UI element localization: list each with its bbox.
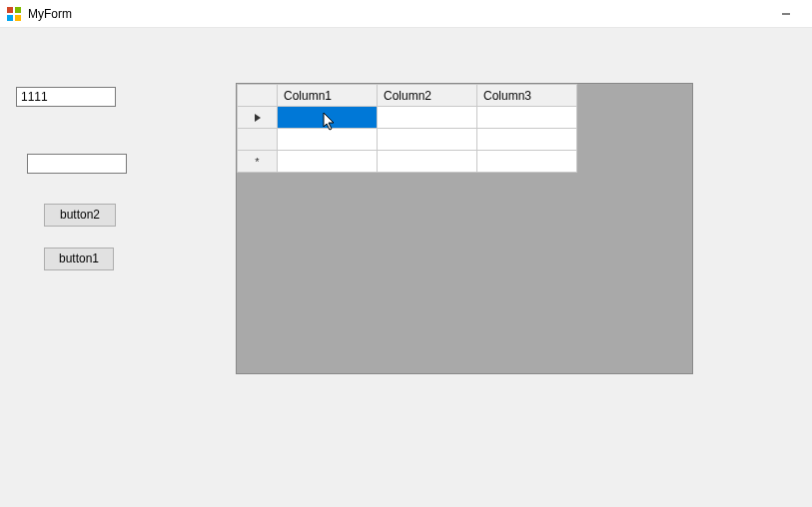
textbox1[interactable] <box>16 87 116 107</box>
grid-row[interactable]: * <box>238 151 577 173</box>
grid-col-header[interactable]: Column2 <box>378 85 477 107</box>
datagridview[interactable]: Column1 Column2 Column3 * <box>236 83 693 374</box>
grid-row[interactable] <box>238 129 577 151</box>
grid-cell[interactable] <box>378 107 477 129</box>
svg-rect-3 <box>15 15 21 21</box>
form-body: button2 button1 Column1 Column2 Column3 <box>0 28 812 507</box>
grid-cell[interactable] <box>278 129 378 151</box>
window-system-buttons <box>766 3 806 25</box>
grid-col-header[interactable]: Column3 <box>477 85 577 107</box>
window-title: MyForm <box>28 7 72 21</box>
grid-header-row: Column1 Column2 Column3 <box>238 85 577 107</box>
grid-table: Column1 Column2 Column3 * <box>237 84 577 173</box>
svg-rect-2 <box>7 15 13 21</box>
button2[interactable]: button2 <box>44 204 116 227</box>
svg-rect-1 <box>15 7 21 13</box>
window-titlebar: MyForm <box>0 0 812 28</box>
grid-cell[interactable] <box>477 107 577 129</box>
grid-row-header[interactable] <box>238 129 278 151</box>
grid-cell[interactable] <box>378 151 477 173</box>
grid-cell[interactable] <box>477 129 577 151</box>
svg-rect-0 <box>7 7 13 13</box>
button1[interactable]: button1 <box>44 248 114 270</box>
grid-col-header[interactable]: Column1 <box>278 85 378 107</box>
grid-row-header[interactable]: * <box>238 151 278 173</box>
current-row-indicator-icon <box>255 114 261 122</box>
grid-cell[interactable] <box>278 151 378 173</box>
app-icon <box>6 6 22 22</box>
grid-cell[interactable] <box>378 129 477 151</box>
minimize-button[interactable] <box>766 3 806 25</box>
grid-row-header[interactable] <box>238 107 278 129</box>
grid-row[interactable] <box>238 107 577 129</box>
grid-cell[interactable] <box>477 151 577 173</box>
grid-corner[interactable] <box>238 85 278 107</box>
textbox2[interactable] <box>27 154 127 174</box>
new-row-indicator-icon: * <box>255 156 259 168</box>
grid-cell[interactable] <box>278 107 378 129</box>
